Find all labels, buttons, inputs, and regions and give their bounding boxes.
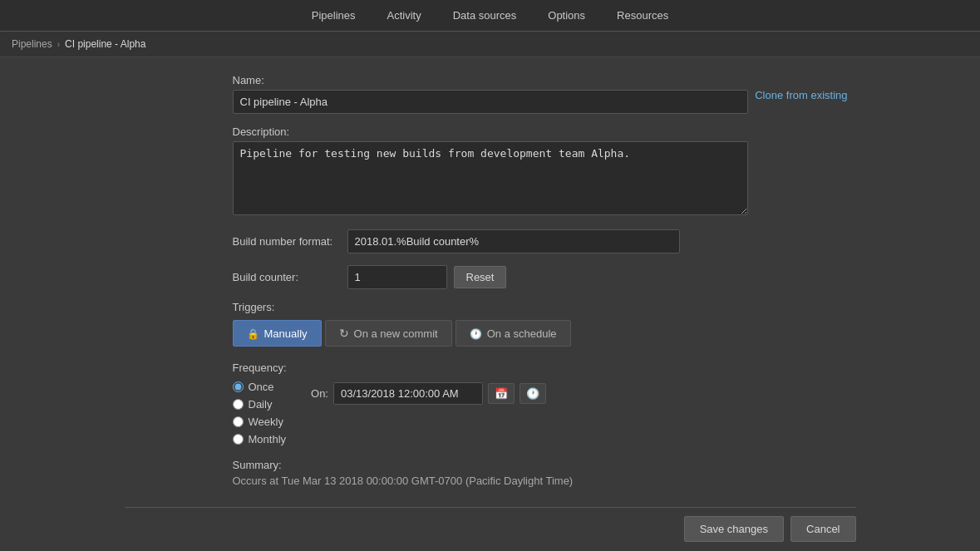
frequency-monthly-label: Monthly: [249, 433, 287, 445]
triggers-section: Triggers: Manually On a new commit On a …: [233, 301, 748, 347]
time-button[interactable]: 🕐: [520, 383, 546, 404]
frequency-radio-group: Once Daily Weekly Monthly: [233, 381, 287, 445]
frequency-daily-option[interactable]: Daily: [233, 398, 287, 411]
build-number-label: Build number format:: [233, 235, 341, 248]
build-counter-label: Build counter:: [233, 271, 341, 283]
calendar-button[interactable]: 📅: [488, 383, 515, 404]
clone-from-existing-link[interactable]: Clone from existing: [755, 89, 847, 101]
datetime-input[interactable]: [333, 382, 483, 405]
frequency-weekly-option[interactable]: Weekly: [233, 416, 287, 428]
frequency-daily-radio[interactable]: [233, 399, 244, 410]
nav-pipelines[interactable]: Pipelines: [308, 2, 359, 28]
nav-data-sources[interactable]: Data sources: [450, 2, 520, 28]
frequency-section: Frequency: Once Daily Weekly: [233, 362, 748, 445]
build-counter-input[interactable]: [347, 265, 447, 289]
build-counter-row: Build counter: Reset: [233, 265, 748, 289]
top-nav: Pipelines Activity Data sources Options …: [0, 0, 980, 32]
on-label: On:: [311, 387, 328, 400]
trigger-buttons: Manually On a new commit On a schedule: [233, 320, 748, 347]
form-container: Clone from existing Name: Description: P…: [233, 74, 748, 507]
frequency-once-option[interactable]: Once: [233, 381, 287, 393]
frequency-label: Frequency:: [233, 362, 748, 374]
breadcrumb-current: CI pipeline - Alpha: [65, 38, 145, 50]
description-group: Description: Pipeline for testing new bu…: [233, 125, 748, 218]
frequency-once-radio[interactable]: [233, 381, 244, 392]
time-icon: 🕐: [526, 387, 539, 400]
nav-options[interactable]: Options: [544, 2, 588, 28]
build-number-row: Build number format:: [233, 229, 748, 253]
calendar-icon: 📅: [495, 387, 508, 400]
frequency-monthly-radio[interactable]: [233, 434, 244, 445]
trigger-new-commit-button[interactable]: On a new commit: [325, 320, 452, 347]
nav-resources[interactable]: Resources: [613, 2, 672, 28]
breadcrumb-chevron: ›: [57, 40, 60, 49]
frequency-daily-label: Daily: [249, 398, 273, 411]
frequency-once-label: Once: [249, 381, 274, 393]
trigger-new-commit-label: On a new commit: [354, 327, 438, 340]
trigger-manually-label: Manually: [264, 327, 308, 340]
frequency-weekly-radio[interactable]: [233, 416, 244, 427]
on-datetime-row: On: 📅 🕐: [311, 382, 546, 405]
triggers-label: Triggers:: [233, 301, 748, 313]
build-number-input[interactable]: [347, 229, 680, 253]
schedule-clock-icon: [470, 327, 482, 340]
nav-activity[interactable]: Activity: [384, 2, 425, 28]
name-label: Name:: [233, 74, 748, 86]
breadcrumb-root[interactable]: Pipelines: [12, 38, 52, 50]
frequency-monthly-option[interactable]: Monthly: [233, 433, 287, 445]
main-content: Clone from existing Name: Description: P…: [0, 57, 980, 551]
trigger-manually-button[interactable]: Manually: [233, 320, 322, 347]
description-label: Description:: [233, 125, 748, 138]
frequency-row: Once Daily Weekly Monthly: [233, 381, 748, 445]
summary-title: Summary:: [233, 459, 748, 471]
trigger-schedule-button[interactable]: On a schedule: [456, 320, 571, 347]
description-input[interactable]: Pipeline for testing new builds from dev…: [233, 141, 748, 215]
footer-buttons: Save changes Cancel: [125, 507, 856, 550]
reset-button[interactable]: Reset: [454, 266, 507, 288]
cancel-button[interactable]: Cancel: [790, 516, 855, 542]
name-input[interactable]: [233, 90, 748, 114]
refresh-icon: [339, 327, 349, 340]
summary-text: Occurs at Tue Mar 13 2018 00:00:00 GMT-0…: [233, 475, 748, 487]
save-changes-button[interactable]: Save changes: [684, 516, 784, 542]
summary-section: Summary: Occurs at Tue Mar 13 2018 00:00…: [233, 459, 748, 487]
breadcrumb: Pipelines › CI pipeline - Alpha: [0, 32, 980, 57]
trigger-schedule-label: On a schedule: [487, 327, 557, 340]
lock-icon: [247, 327, 259, 340]
name-group: Name:: [233, 74, 748, 114]
frequency-weekly-label: Weekly: [249, 416, 283, 428]
